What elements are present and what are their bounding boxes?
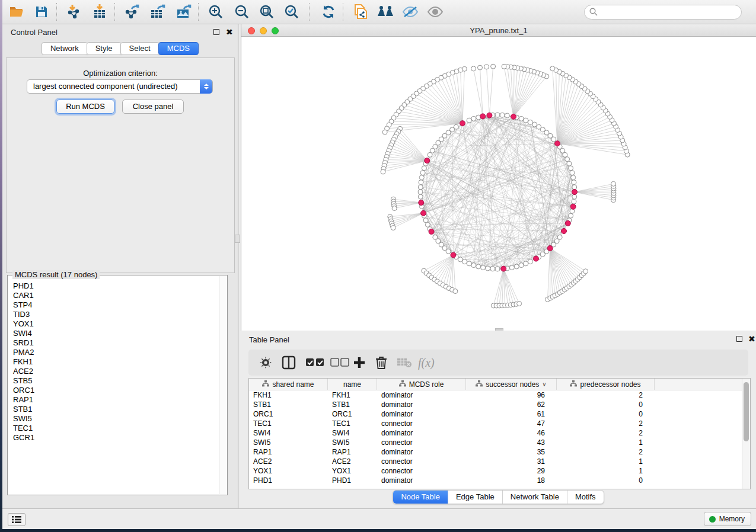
mcds-result-item[interactable]: FKH1 [13,357,219,367]
mcds-result-item[interactable]: CAR1 [13,291,219,300]
mcds-result-item[interactable]: PHD1 [13,281,219,291]
cell-name: SWI4 [328,428,377,438]
float-table-panel-icon[interactable] [736,336,742,342]
close-panel-button[interactable]: Close panel [122,100,184,114]
cell-shared-name: STB1 [249,400,328,409]
table-panel-title: Table Panel [249,335,289,344]
gear-icon[interactable] [259,354,272,371]
table-row[interactable]: PHD1PHD1dominator180 [249,476,742,485]
import-table-icon[interactable] [89,2,110,21]
toolbar-separator [56,3,57,21]
zoom-out-icon[interactable] [231,2,253,21]
table-row[interactable]: TEC1TEC1connector472 [249,419,742,428]
mcds-result-item[interactable]: PMA2 [13,348,219,357]
mcds-list-scrollbar[interactable] [219,276,227,494]
table-row[interactable]: SWI5SWI5connector431 [249,438,742,447]
cell-name: PHD1 [328,476,377,485]
zoom-selected-icon[interactable] [281,2,302,21]
function-builder-icon[interactable]: f(x) [418,354,435,371]
save-icon[interactable] [31,2,52,21]
export-table-icon[interactable] [147,2,168,21]
table-row[interactable]: ACE2ACE2connector311 [249,457,742,466]
run-mcds-button[interactable]: Run MCDS [56,100,114,114]
org-chart-icon [262,380,269,389]
table-panel: Table Panel ✖ f(x) [241,331,756,508]
refresh-icon[interactable] [318,2,339,21]
delete-column-icon[interactable] [375,354,387,371]
column-header-MCDS-role[interactable]: MCDS role [377,379,466,390]
mcds-result-list[interactable]: PHD1CAR1STP4TID3YOX1SWI4SRD1PMA2FKH1ACE2… [8,278,219,494]
table-row[interactable]: RAP1RAP1dominator352 [249,447,742,457]
table-row[interactable]: ORC1ORC1dominator610 [249,409,742,419]
mcds-result-item[interactable]: STB5 [13,376,219,386]
tab-network[interactable]: Network [42,42,88,55]
tab-style[interactable]: Style [87,42,122,55]
export-image-icon[interactable] [173,2,194,21]
column-header-name[interactable]: name [328,379,377,390]
mcds-result-item[interactable]: TID3 [13,310,219,319]
table-row[interactable]: STB1STB1dominator620 [249,400,742,409]
select-all-icon[interactable] [305,354,324,371]
split-columns-icon[interactable] [282,354,296,371]
cell-name: ACE2 [328,457,377,466]
tab-motifs[interactable]: Motifs [567,491,604,504]
cell-name: SWI5 [328,438,377,447]
delete-table-icon[interactable] [397,354,412,371]
panel-splitter-grip[interactable] [235,235,240,243]
cell-name: FKH1 [328,390,377,400]
column-header-predecessor-nodes[interactable]: predecessor nodes [557,379,655,390]
table-scrollbar-thumb[interactable] [744,382,749,441]
close-panel-icon[interactable]: ✖ [226,27,233,37]
mcds-result-item[interactable]: ORC1 [13,386,219,395]
table-scrollbar[interactable] [742,379,750,489]
cell-successor-nodes: 96 [466,390,557,400]
deselect-all-icon[interactable] [330,354,349,371]
mcds-result-item[interactable]: STB1 [13,405,219,414]
memory-button[interactable]: Memory [704,512,751,526]
mcds-result-box: MCDS result (17 nodes) PHD1CAR1STP4TID3Y… [7,275,228,495]
duplicate-network-icon[interactable] [350,2,371,21]
close-table-panel-icon[interactable]: ✖ [748,334,755,344]
table-row[interactable]: FKH1FKH1dominator962 [249,390,742,400]
sort-descending-icon: ∨ [542,381,546,387]
mcds-result-item[interactable]: SWI5 [13,414,219,424]
network-window-titlebar[interactable]: YPA_prune.txt_1 [241,24,756,37]
mcds-result-item[interactable]: GCR1 [13,433,219,443]
import-network-icon[interactable] [63,2,84,21]
open-file-icon[interactable] [6,2,27,21]
table-row[interactable]: YOX1YOX1connector291 [249,466,742,476]
first-neighbors-icon[interactable] [375,2,396,21]
criterion-select[interactable]: largest connected component (undirected) [27,79,213,94]
add-column-icon[interactable] [353,354,366,371]
toolbar-separator [114,3,115,21]
zoom-in-icon[interactable] [205,2,227,21]
tab-node-table[interactable]: Node Table [393,491,448,504]
mcds-panel-body: Optimization criterion: largest connecte… [6,57,235,273]
cell-MCDS-role: dominator [377,400,466,409]
table-row[interactable]: SWI4SWI4dominator462 [249,428,742,438]
mcds-result-item[interactable]: TEC1 [13,424,219,433]
show-all-icon[interactable] [425,2,446,21]
mcds-result-item[interactable]: SWI4 [13,329,219,338]
tab-edge-table[interactable]: Edge Table [448,491,503,504]
network-canvas[interactable] [241,37,756,331]
float-panel-icon[interactable] [213,29,219,35]
org-chart-icon [570,380,577,389]
toolbar-separator [343,3,343,21]
mcds-result-item[interactable]: RAP1 [13,395,219,405]
tab-network-table[interactable]: Network Table [503,491,567,504]
mcds-result-item[interactable]: SRD1 [13,338,219,348]
tab-mcds[interactable]: MCDS [158,42,199,55]
column-header-successor-nodes[interactable]: successor nodes∨ [466,379,557,390]
mcds-result-item[interactable]: YOX1 [13,319,219,329]
zoom-fit-icon[interactable] [256,2,277,21]
export-network-icon[interactable] [121,2,142,21]
tab-select[interactable]: Select [120,42,160,55]
control-panel: Control Panel ✖ NetworkStyleSelectMCDS O… [2,24,238,508]
task-history-button[interactable] [8,513,25,526]
mcds-result-item[interactable]: STP4 [13,300,219,310]
hide-selected-icon[interactable] [400,2,421,21]
mcds-result-item[interactable]: ACE2 [13,367,219,376]
column-header-shared-name[interactable]: shared name [249,379,328,390]
search-input[interactable] [584,5,742,20]
